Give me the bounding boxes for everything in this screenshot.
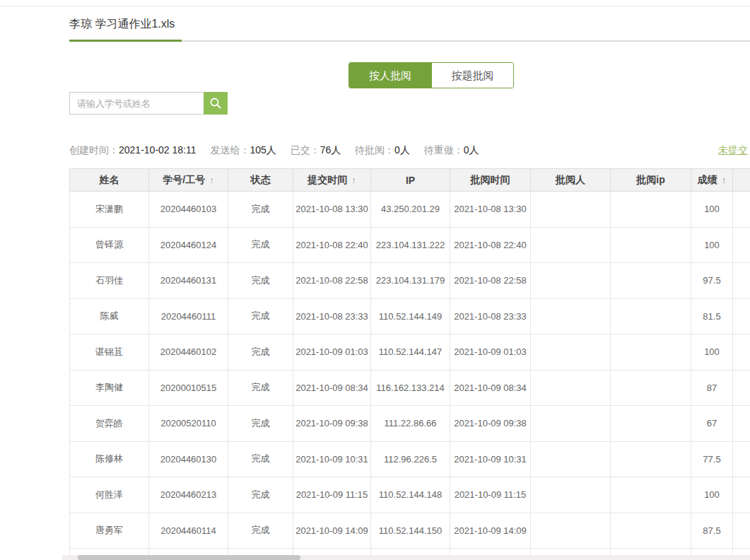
cell-student_id: 20204460114 [149, 513, 228, 549]
cell-review_ip [611, 334, 691, 371]
cell-student_id: 20204460102 [149, 334, 228, 371]
cell-status: 完成 [228, 370, 293, 406]
created-time-value: 2021-10-02 18:11 [119, 144, 197, 156]
sent-to-label: 发送给： [210, 144, 250, 156]
cell-review_time: 2021-10-08 22:58 [450, 263, 531, 299]
cell-status: 完成 [228, 227, 293, 263]
submitted-label: 已交： [291, 144, 320, 156]
cell-submit_time: 2021-10-09 08:34 [293, 370, 371, 406]
cell-name: 谌锦苴 [70, 334, 149, 371]
cell-student_id: 20204460213 [149, 477, 228, 513]
cell-ip: 223.104.131.222 [371, 227, 450, 263]
column-header-student_id[interactable]: 学号/工号↑ [149, 169, 228, 192]
table-row[interactable]: 宋潇鹏20204460103完成2021-10-08 13:3043.250.2… [70, 192, 750, 228]
column-label: 批阅时间 [471, 174, 510, 185]
table-header-row: 姓名学号/工号↑状态提交时间↑IP批阅时间批阅人批阅ip成绩↑ [70, 169, 750, 192]
cell-student_id: 20204460131 [149, 263, 228, 299]
redo-value: 0人 [464, 144, 479, 156]
column-header-reviewer: 批阅人 [531, 169, 611, 192]
cell-submit_time: 2021-10-08 13:30 [293, 192, 371, 228]
cell-submit_time: 2021-10-09 01:03 [293, 334, 371, 371]
search-input[interactable] [69, 92, 204, 115]
cell-review_ip [611, 192, 691, 228]
cell-reviewer [531, 192, 611, 228]
table-row[interactable]: 李陶健20200010515完成2021-10-09 08:34116.162.… [70, 370, 750, 406]
horizontal-scrollbar[interactable] [62, 555, 750, 560]
column-header-review_time: 批阅时间 [450, 169, 531, 192]
cell-ip: 110.52.144.149 [371, 298, 450, 334]
column-label: 姓名 [100, 174, 119, 185]
cell-score: 100 [691, 334, 733, 371]
page-top-divider [0, 6, 750, 6]
cell-name: 石羽佳 [70, 263, 149, 299]
horizontal-scrollbar-thumb[interactable] [78, 555, 300, 560]
redo-label: 待重做： [424, 144, 464, 156]
table-row[interactable]: 何胜泽20204460213完成2021-10-09 11:15110.52.1… [70, 477, 750, 513]
cell-name: 贺弈皓 [70, 406, 149, 442]
cell-extra [733, 298, 750, 334]
cell-submit_time: 2021-10-09 11:15 [293, 477, 371, 513]
column-label: 批阅人 [556, 174, 585, 185]
column-header-ip: IP [371, 169, 450, 192]
column-header-extra [733, 169, 750, 192]
cell-status: 完成 [228, 477, 293, 513]
cell-review_ip [611, 263, 691, 299]
sort-up-icon[interactable]: ↑ [722, 175, 727, 185]
cell-ip: 43.250.201.29 [371, 192, 450, 228]
cell-submit_time: 2021-10-08 23:33 [293, 298, 371, 334]
cell-score: 87.5 [691, 513, 733, 549]
tab-review-by-question[interactable]: 按题批阅 [431, 63, 513, 88]
cell-review_time: 2021-10-09 08:34 [450, 370, 531, 406]
cell-extra [733, 227, 750, 263]
student-search [69, 92, 228, 115]
cell-name: 陈修林 [70, 441, 149, 477]
created-time-label: 创建时间： [69, 144, 119, 156]
cell-submit_time: 2021-10-09 14:09 [293, 513, 371, 549]
cell-review_time: 2021-10-08 23:33 [450, 298, 531, 334]
cell-score: 67 [691, 406, 733, 442]
sort-up-icon[interactable]: ↑ [351, 175, 356, 185]
cell-reviewer [531, 334, 611, 371]
cell-status: 完成 [228, 441, 293, 477]
cell-extra [733, 334, 750, 371]
submitted-value: 76人 [320, 144, 341, 156]
tab-review-by-person[interactable]: 按人批阅 [349, 63, 431, 88]
cell-extra [733, 406, 750, 442]
cell-ip: 223.104.131.179 [371, 263, 450, 299]
unsubmitted-list-link[interactable]: 未提交 [718, 144, 748, 157]
cell-submit_time: 2021-10-09 10:31 [293, 441, 371, 477]
cell-score: 97.5 [691, 263, 733, 299]
cell-review_ip [611, 406, 691, 442]
sort-up-icon[interactable]: ↑ [209, 175, 214, 185]
table-row[interactable]: 谌锦苴20204460102完成2021-10-09 01:03110.52.1… [70, 334, 750, 371]
column-header-submit_time[interactable]: 提交时间↑ [293, 169, 371, 192]
submissions-table-container: 姓名学号/工号↑状态提交时间↑IP批阅时间批阅人批阅ip成绩↑ 宋潇鹏20204… [69, 168, 750, 560]
cell-status: 完成 [228, 263, 293, 299]
table-row[interactable]: 陈修林20204460130完成2021-10-09 10:31112.96.2… [70, 441, 750, 477]
cell-score: 100 [691, 192, 733, 228]
cell-status: 完成 [228, 298, 293, 334]
cell-student_id: 20204460103 [149, 192, 228, 228]
column-label: 学号/工号 [163, 174, 205, 185]
title-active-underline [69, 40, 182, 42]
table-row[interactable]: 唐勇军20204460114完成2021-10-09 14:09110.52.1… [70, 513, 750, 549]
cell-submit_time: 2021-10-08 22:40 [293, 227, 371, 263]
cell-review_time: 2021-10-08 13:30 [450, 192, 531, 228]
column-header-score[interactable]: 成绩↑ [691, 169, 733, 192]
table-row[interactable]: 贺弈皓20200520110完成2021-10-09 09:38111.22.8… [70, 406, 750, 442]
search-button[interactable] [204, 92, 228, 115]
table-row[interactable]: 曾铎源20204460124完成2021-10-08 22:40223.104.… [70, 227, 750, 263]
pending-review-value: 0人 [394, 144, 410, 156]
cell-name: 曾铎源 [70, 227, 149, 263]
cell-ip: 110.52.144.147 [371, 334, 450, 371]
cell-review_ip [611, 441, 691, 477]
cell-student_id: 20204460124 [149, 227, 228, 263]
column-header-name: 姓名 [70, 169, 149, 192]
column-label: 成绩 [698, 174, 717, 185]
table-row[interactable]: 陈威20204460111完成2021-10-08 23:33110.52.14… [70, 298, 750, 334]
cell-reviewer [531, 441, 611, 477]
pending-review-label: 待批阅： [355, 144, 394, 156]
table-row[interactable]: 石羽佳20204460131完成2021-10-08 22:58223.104.… [70, 263, 750, 299]
cell-extra [733, 370, 750, 406]
cell-review_time: 2021-10-09 10:31 [450, 441, 531, 477]
